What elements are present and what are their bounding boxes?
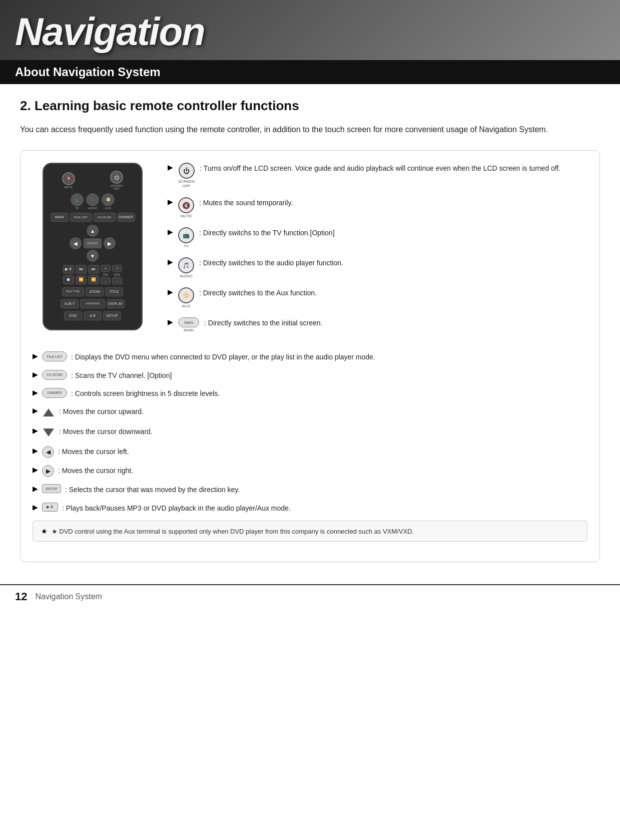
mute-btn-group[interactable]: 🔇 MUTE [62, 172, 75, 189]
aux-icon-group: 📀 AUX [178, 287, 194, 308]
chscan-btn-group[interactable]: CH.SCAN [94, 213, 116, 222]
aux-button[interactable]: 📀 [102, 193, 115, 206]
remote-row-6: PLAY TYPE ZOOM TITLE [50, 287, 136, 296]
arrow-left-button[interactable]: ◀ [70, 237, 82, 249]
next-button[interactable]: ⏭ [88, 265, 99, 274]
arrow-marker-mute: ▶ [168, 198, 173, 206]
subt-button[interactable]: SUB-T [61, 299, 79, 308]
arrow-marker-cup: ▶ [33, 406, 38, 414]
ab-button[interactable]: A-B [84, 311, 102, 320]
arrow-down-button[interactable]: ▼ [87, 250, 99, 262]
desc-item-main: ▶ MAIN MAIN : Directly switches to the i… [168, 317, 587, 332]
filelist-button[interactable]: FILE LIST [70, 213, 92, 222]
footer: 12 Navigation System [0, 584, 620, 608]
header-nav-title: Navigation [15, 9, 205, 55]
prev-button[interactable]: ⏮ [76, 265, 87, 274]
main-button[interactable]: MAIN [51, 213, 69, 222]
descriptions-top: ▶ ⏻ SCREENOFF : Turns on/off the LCD scr… [168, 163, 587, 341]
main-btn-group[interactable]: MAIN [51, 213, 69, 222]
list-item-cursor-down: ▶ : Moves the cursor downward. [33, 426, 587, 439]
arrow-marker-aux: ▶ [168, 288, 173, 296]
dimmer-button[interactable]: DIMMER [117, 213, 135, 222]
desc-text-chscan: : Scans the TV channel. [Option] [71, 370, 172, 381]
filelist-btn-group[interactable]: FILE LIST [70, 213, 92, 222]
mute-icon: 🔇 [178, 197, 194, 213]
desc-text-audio: : Directly switches to the audio player … [199, 257, 343, 268]
dimmer-btn-group[interactable]: DIMMER [117, 213, 135, 222]
desc-item-tv: ▶ 📺 TV : Directly switchs to the TV func… [168, 227, 587, 248]
ch-group: + CH - [101, 265, 111, 284]
screenoff-button[interactable]: ⏻ [110, 171, 123, 184]
ch-up-button[interactable]: + [101, 265, 111, 272]
title-button[interactable]: TITLE [105, 287, 123, 296]
language-button[interactable]: LANGUAGE [80, 299, 105, 308]
mute-button[interactable]: 🔇 [62, 172, 75, 185]
list-item-filelist: ▶ FILE LIST : Displays the DVD menu when… [33, 351, 587, 362]
chscan-button[interactable]: CH.SCAN [94, 213, 116, 222]
nav-center-group: ▲ ENTER ▼ [84, 225, 102, 262]
star-marker: ★ [41, 527, 48, 535]
dvd-button[interactable]: DVD [64, 311, 82, 320]
setup-button[interactable]: SETUP [103, 311, 121, 320]
remote-row-3: MAIN FILE LIST CH.SCAN DIMMER [50, 213, 136, 222]
list-item-chscan: ▶ CH.SCAN : Scans the TV channel. [Optio… [33, 370, 587, 381]
desc-item-audio: ▶ 🎵 AUDIO : Directly switches to the aud… [168, 257, 587, 278]
page-number: 12 [15, 590, 27, 603]
aux-btn-group[interactable]: 📀 AUX [102, 193, 115, 210]
tv-btn-group[interactable]: 📺 TV [71, 193, 84, 210]
main-icon-group: MAIN MAIN [178, 317, 199, 332]
desc-text-cright: : Moves the cursor right. [58, 465, 133, 476]
desc-text-cdown: : Moves the cursor downward. [59, 426, 153, 437]
screenoff-icon: ⏻ [179, 163, 195, 179]
playtype-button[interactable]: PLAY TYPE [62, 287, 84, 296]
about-bar-title: About Navigation System [15, 65, 161, 79]
dimmer-icon: DIMMER [42, 388, 67, 398]
playpause-icon: ▶⏸ [42, 503, 58, 512]
audio-btn-group[interactable]: 🎵 AUDIO [86, 193, 99, 210]
remote-row-4: ◀ ▲ ENTER ▼ ▶ [50, 225, 136, 262]
desc-text-mute: : Mutes the sound temporarily. [199, 197, 293, 208]
screenoff-btn-group[interactable]: ⏻ SCREENOFF [110, 171, 123, 190]
arrow-right-button[interactable]: ▶ [104, 237, 116, 249]
top-section: 🔇 MUTE ⏻ SCREENOFF [33, 163, 587, 341]
desc-text-cleft: : Moves the cursor left. [58, 446, 129, 457]
remote-row-1: 🔇 MUTE ⏻ SCREENOFF [50, 171, 136, 190]
arrow-marker-audio: ▶ [168, 258, 173, 266]
vol-down-button[interactable]: - [112, 277, 122, 284]
arrow-marker-chscan: ▶ [33, 370, 38, 378]
arrow-marker-cright: ▶ [33, 466, 38, 474]
vol-up-button[interactable]: + [112, 265, 122, 272]
note-text: ★ DVD control using the Aux terminal is … [52, 528, 414, 535]
desc-item-screenoff: ▶ ⏻ SCREENOFF : Turns on/off the LCD scr… [168, 163, 587, 188]
audio-icon: 🎵 [178, 257, 194, 273]
play-pause-button[interactable]: ▶⏸ [63, 265, 74, 274]
cursor-up-icon [42, 406, 55, 419]
ch-down-button[interactable]: - [101, 277, 111, 284]
list-item-cursor-left: ▶ ◀ : Moves the cursor left. [33, 446, 587, 458]
main-content: 2. Learning basic remote controller func… [0, 84, 620, 584]
zoom-button[interactable]: ZOOM [86, 287, 104, 296]
rew-button[interactable]: ⏪ [76, 275, 87, 284]
ff-button[interactable]: ⏩ [88, 275, 99, 284]
audio-button[interactable]: 🎵 [86, 193, 99, 206]
display-button[interactable]: DISPLAY [107, 299, 125, 308]
bottom-list: ▶ FILE LIST : Displays the DVD menu when… [33, 351, 587, 514]
desc-text-filelist: : Displays the DVD menu when connected t… [71, 351, 375, 362]
tv-icon-group: 📺 TV [178, 227, 194, 248]
stop-button[interactable]: ⏹ [63, 275, 74, 284]
arrow-up-button[interactable]: ▲ [87, 225, 99, 237]
screenoff-icon-group: ⏻ SCREENOFF [178, 163, 195, 188]
vol-group: + VOL - [112, 265, 122, 284]
svg-marker-1 [43, 429, 54, 437]
desc-text-main: : Directly switches to the initial scree… [204, 317, 323, 328]
media-left-group: ▶⏸ ⏮ ⏭ ⏹ ⏪ ⏩ [63, 265, 99, 284]
enter-button[interactable]: ENTER [84, 238, 102, 248]
remote-row-7: SUB-T LANGUAGE DISPLAY [50, 299, 136, 308]
desc-text-enter: : Selects the cursor that was moved by t… [65, 484, 240, 495]
tv-button[interactable]: 📺 [71, 193, 84, 206]
chscan-icon: CH.SCAN [42, 370, 67, 380]
tv-icon: 📺 [178, 227, 194, 243]
cursor-down-icon [42, 426, 55, 439]
remote-container: 🔇 MUTE ⏻ SCREENOFF [33, 163, 153, 341]
aux-icon: 📀 [178, 287, 194, 303]
